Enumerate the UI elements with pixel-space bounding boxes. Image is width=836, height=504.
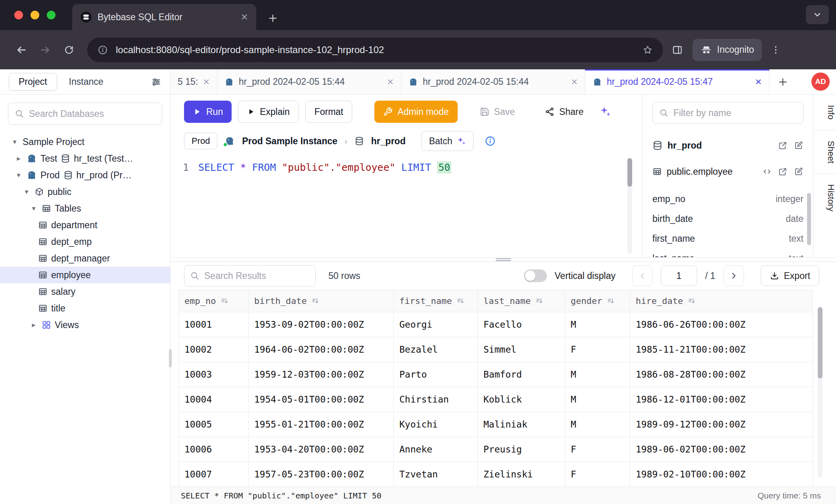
tree-item-table-department[interactable]: department bbox=[0, 217, 170, 233]
chevron-down-icon[interactable]: ▾ bbox=[10, 137, 19, 146]
chevron-down-icon[interactable]: ▾ bbox=[29, 204, 38, 213]
table-row[interactable]: 100031959-12-03T00:00:00ZPartoBamfordM19… bbox=[179, 362, 813, 387]
browser-menu-icon[interactable] bbox=[771, 45, 781, 55]
export-button[interactable]: Export bbox=[761, 265, 819, 286]
external-link-icon[interactable] bbox=[778, 141, 788, 150]
table-row[interactable]: 100071957-05-23T00:00:00ZTzvetanZielinsk… bbox=[179, 462, 813, 487]
side-panel-icon[interactable] bbox=[672, 44, 683, 55]
url-text[interactable]: localhost:8080/sql-editor/prod-sample-in… bbox=[116, 44, 635, 55]
share-button[interactable]: Share bbox=[536, 101, 592, 123]
tab-instance[interactable]: Instance bbox=[69, 76, 104, 87]
column-header[interactable]: emp_no bbox=[179, 290, 249, 312]
tree-item-table-title[interactable]: title bbox=[0, 300, 170, 317]
sql-editor[interactable]: 1 SELECT * FROM "public"."employee" LIMI… bbox=[171, 153, 642, 257]
page-number-input[interactable] bbox=[661, 265, 697, 286]
side-tab-history[interactable]: History bbox=[813, 174, 836, 221]
search-databases-input[interactable] bbox=[29, 109, 155, 119]
close-window-button[interactable] bbox=[14, 11, 23, 19]
editor-tab[interactable]: hr_prod 2024-02-05 15:47✕ bbox=[585, 69, 769, 94]
prev-page-button[interactable] bbox=[632, 265, 653, 286]
batch-button[interactable]: Batch bbox=[422, 131, 474, 151]
table-row[interactable]: 100061953-04-20T00:00:00ZAnnekePreusigF1… bbox=[179, 437, 813, 462]
tree-item-views-group[interactable]: ▸ Views bbox=[0, 317, 170, 333]
pane-splitter[interactable] bbox=[171, 257, 836, 262]
maximize-window-button[interactable] bbox=[47, 11, 56, 19]
filter-settings-icon[interactable] bbox=[151, 77, 161, 87]
schema-column-row[interactable]: last_nametext bbox=[652, 248, 803, 257]
column-header[interactable]: gender bbox=[565, 290, 630, 312]
sort-icon[interactable] bbox=[688, 297, 696, 305]
browser-tab[interactable]: Bytebase SQL Editor ✕ bbox=[72, 4, 256, 30]
edit-icon[interactable] bbox=[794, 141, 803, 150]
close-icon[interactable]: ✕ bbox=[755, 77, 762, 87]
editor-scrollbar[interactable] bbox=[627, 158, 632, 253]
tree-item-table-salary[interactable]: salary bbox=[0, 283, 170, 300]
editor-tab[interactable]: hr_prod 2024-02-05 15:44✕ bbox=[401, 69, 585, 94]
chevron-right-icon[interactable]: ▸ bbox=[14, 154, 23, 163]
search-results-input[interactable] bbox=[204, 271, 310, 281]
instance-name[interactable]: Prod Sample Instance bbox=[242, 136, 337, 147]
reload-button[interactable] bbox=[57, 38, 81, 62]
drag-handle[interactable] bbox=[496, 258, 511, 261]
column-header[interactable]: hire_date bbox=[630, 290, 813, 312]
chevron-down-icon[interactable]: ▾ bbox=[14, 171, 23, 179]
save-button[interactable]: Save bbox=[471, 101, 523, 123]
info-icon[interactable] bbox=[485, 136, 496, 147]
sort-icon[interactable] bbox=[221, 297, 228, 305]
close-icon[interactable]: ✕ bbox=[571, 77, 578, 87]
results-scrollbar[interactable] bbox=[818, 307, 823, 477]
close-icon[interactable]: ✕ bbox=[203, 77, 210, 87]
back-button[interactable] bbox=[10, 38, 33, 62]
tree-item-schema-public[interactable]: ▾ public bbox=[0, 183, 170, 200]
bookmark-star-icon[interactable] bbox=[642, 45, 653, 55]
forward-button[interactable] bbox=[33, 38, 57, 62]
sort-icon[interactable] bbox=[311, 297, 319, 305]
database-name[interactable]: hr_prod bbox=[371, 136, 406, 147]
chevron-right-icon[interactable]: ▸ bbox=[29, 321, 38, 329]
schema-column-row[interactable]: emp_nointeger bbox=[652, 189, 803, 209]
tree-item-instance-prod[interactable]: ▾ Prod hr_prod (Pr… bbox=[0, 167, 170, 183]
site-info-icon[interactable] bbox=[98, 45, 108, 55]
scrollbar-thumb[interactable] bbox=[807, 193, 811, 245]
external-link-icon[interactable] bbox=[778, 167, 788, 176]
code-icon[interactable] bbox=[762, 167, 772, 176]
environment-badge[interactable]: Prod bbox=[184, 133, 217, 149]
sort-icon[interactable] bbox=[535, 297, 543, 305]
tree-item-tables-group[interactable]: ▾ Tables bbox=[0, 200, 170, 217]
filter-by-name-input[interactable] bbox=[673, 108, 797, 118]
tree-item-table-dept_emp[interactable]: dept_emp bbox=[0, 233, 170, 250]
tree-item-table-employee[interactable]: employee bbox=[0, 267, 170, 283]
editor-tab[interactable]: hr_prod 2024-02-05 15:44✕ bbox=[217, 69, 401, 94]
close-icon[interactable]: ✕ bbox=[387, 77, 394, 87]
format-button[interactable]: Format bbox=[305, 101, 353, 123]
tab-project[interactable]: Project bbox=[9, 73, 57, 91]
side-tab-info[interactable]: Info bbox=[813, 95, 836, 130]
table-row[interactable]: 100041954-05-01T00:00:00ZChirstianKoblic… bbox=[179, 387, 813, 412]
address-bar[interactable]: localhost:8080/sql-editor/prod-sample-in… bbox=[87, 38, 663, 62]
sort-icon[interactable] bbox=[456, 297, 464, 305]
new-sheet-button[interactable] bbox=[769, 69, 796, 94]
vertical-display-toggle[interactable] bbox=[524, 269, 547, 282]
schema-column-row[interactable]: birth_datedate bbox=[652, 209, 803, 229]
ai-sparkles-icon[interactable] bbox=[599, 106, 611, 118]
table-row[interactable]: 100011953-09-02T00:00:00ZGeorgiFacelloM1… bbox=[179, 312, 813, 337]
run-button[interactable]: Run bbox=[184, 101, 232, 123]
admin-mode-button[interactable]: Admin mode bbox=[374, 101, 457, 123]
tree-item-sample-project[interactable]: ▾ Sample Project bbox=[0, 134, 170, 150]
avatar[interactable]: AD bbox=[811, 73, 830, 91]
editor-tab-partial[interactable]: 5 15:44 ✕ bbox=[171, 69, 217, 94]
table-row[interactable]: 100021964-06-02T00:00:00ZBezalelSimmelF1… bbox=[179, 337, 813, 362]
column-header[interactable]: last_name bbox=[478, 290, 565, 312]
sort-icon[interactable] bbox=[607, 297, 615, 305]
table-row[interactable]: 100051955-01-21T00:00:00ZKyoichiMaliniak… bbox=[179, 412, 813, 437]
column-header[interactable]: birth_date bbox=[249, 290, 394, 312]
next-page-button[interactable] bbox=[723, 265, 744, 286]
side-tab-sheet[interactable]: Sheet bbox=[813, 130, 836, 174]
tab-search-button[interactable] bbox=[806, 5, 829, 24]
column-header[interactable]: first_name bbox=[394, 290, 478, 312]
edit-icon[interactable] bbox=[794, 167, 803, 176]
minimize-window-button[interactable] bbox=[31, 11, 39, 19]
new-tab-button[interactable] bbox=[267, 13, 278, 24]
tree-item-instance-test[interactable]: ▸ Test hr_test (Test… bbox=[0, 150, 170, 167]
close-icon[interactable]: ✕ bbox=[241, 12, 248, 23]
